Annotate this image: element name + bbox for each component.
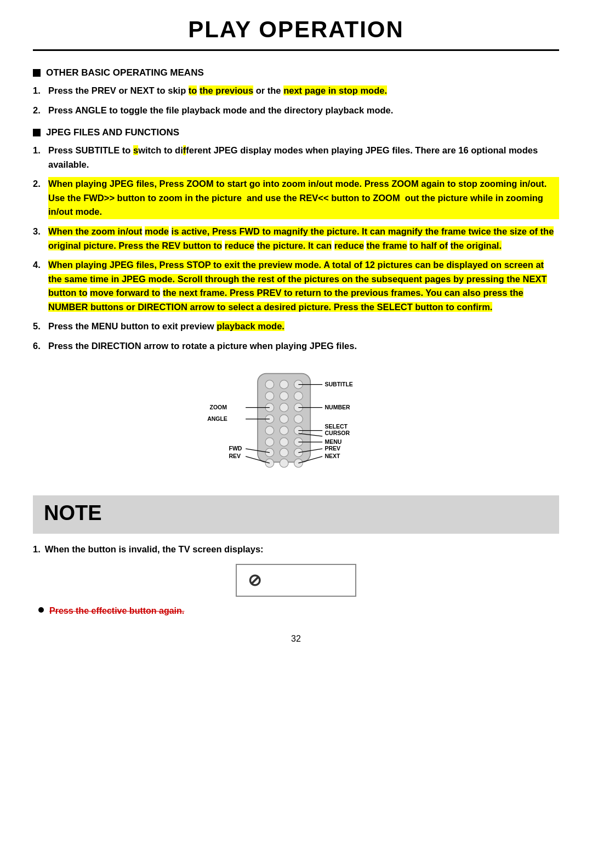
highlight: playback mode. (217, 321, 284, 331)
highlight: move forward to (90, 288, 160, 298)
remote-diagram: SUBTITLE NUMBER SELECT CURSOR MENU PREV … (33, 364, 559, 479)
item-num: 1. (33, 144, 48, 172)
extra-list: 5. Press the MENU button to exit preview… (33, 319, 559, 353)
svg-point-4 (265, 392, 274, 401)
zoom-label: ZOOM (210, 404, 227, 411)
item-num: 2. (33, 104, 48, 118)
note-item-text: When the button is invalid, the TV scree… (45, 542, 264, 556)
item-num: 3. (33, 225, 48, 253)
invalid-display-box: ⊘ (236, 564, 356, 597)
item-content: Press the DIRECTION arrow to rotate a pi… (48, 339, 559, 353)
section-jpeg: JPEG FILES AND FUNCTIONS (33, 127, 559, 138)
svg-point-2 (280, 380, 288, 389)
prev-label: PREV (325, 446, 341, 452)
list-item: 6. Press the DIRECTION arrow to rotate a… (33, 339, 559, 353)
highlight: the original. (451, 241, 502, 250)
highlight: reduce (225, 241, 254, 250)
list-item: 2. Press ANGLE to toggle the file playba… (33, 104, 559, 118)
item-content: When playing JPEG files, Press ZOOM to s… (48, 177, 559, 219)
cursor-label: CURSOR (325, 430, 350, 437)
note-item-num: 1. (33, 542, 41, 556)
other-basic-list: 1. Press the PREV or NEXT to skip to the… (33, 84, 559, 117)
highlight: to (189, 85, 197, 95)
select-label: SELECT (325, 424, 348, 430)
svg-point-13 (265, 426, 274, 435)
menu-label: MENU (325, 439, 342, 446)
bullet-item: Press the effective button again. (38, 604, 559, 618)
svg-point-8 (280, 403, 288, 412)
highlight: reduce (334, 241, 364, 250)
bullet-square-icon (33, 129, 41, 136)
list-item: 1. Press SUBTITLE to switch to different… (33, 144, 559, 172)
no-symbol-icon: ⊘ (248, 568, 261, 592)
remote-svg: SUBTITLE NUMBER SELECT CURSOR MENU PREV … (181, 364, 411, 479)
highlight: the previous (200, 85, 253, 95)
svg-point-12 (294, 415, 303, 424)
item-content: Press ANGLE to toggle the file playback … (48, 104, 559, 118)
item-num: 1. (33, 84, 48, 98)
note-content: 1. When the button is invalid, the TV sc… (33, 542, 559, 618)
highlight: the picture. It can (257, 241, 332, 250)
svg-point-5 (280, 392, 288, 401)
angle-label: ANGLE (207, 416, 227, 422)
highlight: the frame (366, 241, 407, 250)
next-label: NEXT (325, 453, 341, 460)
highlight: to half of (409, 241, 448, 250)
item-num: 2. (33, 177, 48, 219)
svg-point-17 (280, 438, 288, 447)
section-other-basic-label: OTHER BASIC OPERATING MEANS (46, 67, 204, 78)
section-jpeg-label: JPEG FILES AND FUNCTIONS (46, 127, 179, 138)
svg-point-1 (265, 380, 274, 389)
section-other-basic: OTHER BASIC OPERATING MEANS (33, 67, 559, 78)
number-label: NUMBER (325, 404, 350, 411)
svg-point-14 (280, 426, 288, 435)
note-list: 1. When the button is invalid, the TV sc… (33, 542, 559, 556)
svg-point-23 (280, 459, 288, 468)
note-section: NOTE (33, 495, 559, 534)
item-content: Press the MENU button to exit preview pl… (48, 319, 559, 334)
list-item: 3. When the zoom in/out mode is active, … (33, 225, 559, 253)
svg-point-16 (265, 438, 274, 447)
highlight: mode (145, 226, 169, 236)
svg-point-6 (294, 392, 303, 401)
highlight: next page in stop mode. (283, 85, 387, 95)
svg-point-20 (280, 448, 288, 457)
item-content: When the zoom in/out mode is active, Pre… (48, 225, 559, 253)
bullet-text: Press the effective button again. (49, 604, 184, 618)
list-item: 2. When playing JPEG files, Press ZOOM t… (33, 177, 559, 219)
highlight: s (133, 145, 138, 155)
list-item: 4. When playing JPEG files, Press STOP t… (33, 258, 559, 314)
svg-point-11 (280, 415, 288, 424)
bullet-square-icon (33, 69, 41, 77)
item-num: 6. (33, 339, 48, 353)
page-title: PLAY OPERATION (33, 16, 559, 51)
item-content: When playing JPEG files, Press STOP to e… (48, 258, 559, 314)
jpeg-list: 1. Press SUBTITLE to switch to different… (33, 144, 559, 314)
list-item: 1. Press the PREV or NEXT to skip to the… (33, 84, 559, 98)
item-content: Press the PREV or NEXT to skip to the pr… (48, 84, 559, 98)
item-content: Press SUBTITLE to switch to different JP… (48, 144, 559, 172)
list-item: 5. Press the MENU button to exit preview… (33, 319, 559, 334)
page-container: PLAY OPERATION OTHER BASIC OPERATING MEA… (0, 0, 592, 868)
rev-label: REV (229, 453, 241, 460)
highlight: f (183, 145, 186, 155)
fwd-label: FWD (229, 446, 242, 452)
note-list-item: 1. When the button is invalid, the TV sc… (33, 542, 559, 556)
bullet-dot-icon (38, 607, 44, 613)
highlight: When the zoom in/out (48, 226, 142, 236)
item-num: 5. (33, 319, 48, 334)
note-title: NOTE (44, 501, 548, 526)
item-num: 4. (33, 258, 48, 314)
page-number: 32 (33, 634, 559, 644)
subtitle-label: SUBTITLE (325, 381, 353, 388)
